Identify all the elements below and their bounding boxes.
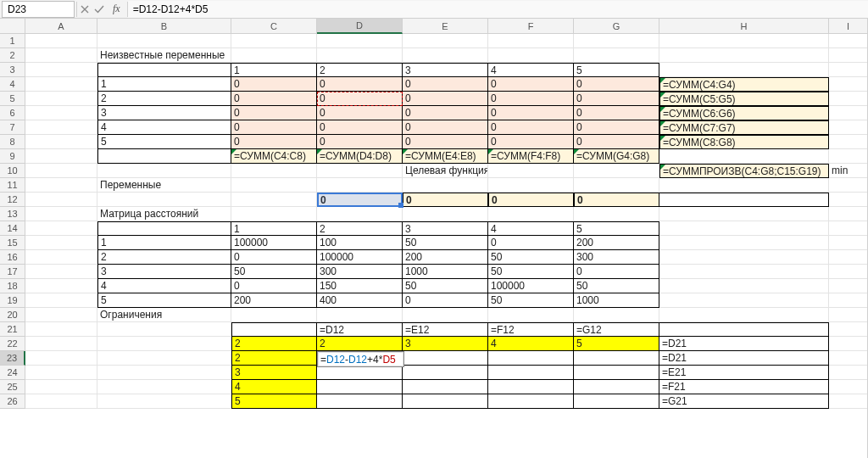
cell-A12[interactable] — [25, 193, 97, 207]
cell-I19[interactable] — [829, 293, 868, 308]
cell-G10[interactable] — [574, 164, 659, 178]
cell-C24[interactable]: 3 — [231, 366, 317, 380]
cell-C5[interactable]: 0 — [231, 92, 317, 106]
cell-G4[interactable]: 0 — [574, 77, 659, 92]
row-header-1[interactable]: 1 — [0, 34, 25, 48]
cell-H11[interactable] — [659, 178, 829, 193]
cell-C15[interactable]: 100000 — [231, 236, 317, 250]
cell-F24[interactable] — [488, 366, 574, 380]
cell-E14[interactable]: 3 — [403, 221, 488, 236]
cell-E12[interactable]: 0 — [403, 193, 488, 207]
cell-H10[interactable]: =СУММПРОИЗВ(C4:G8;C15:G19) — [659, 164, 829, 178]
cell-I25[interactable] — [829, 380, 868, 394]
cell-H4[interactable]: =СУММ(C4:G4) — [659, 77, 829, 92]
cell-E8[interactable]: 0 — [403, 135, 488, 149]
cell-C9[interactable]: =СУММ(C4:C8) — [231, 149, 317, 164]
col-header-H[interactable]: H — [659, 19, 829, 34]
cell-B12[interactable] — [97, 193, 231, 207]
cell-I26[interactable] — [829, 394, 868, 409]
cell-I14[interactable] — [829, 221, 868, 236]
cell-D5[interactable]: 0 — [317, 92, 403, 106]
cell-I22[interactable] — [829, 337, 868, 351]
cell-I13[interactable] — [829, 207, 868, 221]
cell-I23[interactable] — [829, 351, 868, 366]
cell-B25[interactable] — [97, 380, 231, 394]
cell-E23[interactable] — [403, 351, 488, 366]
row-header-26[interactable]: 26 — [0, 394, 25, 409]
cell-F19[interactable]: 50 — [488, 293, 574, 308]
cell-E13[interactable] — [403, 207, 488, 221]
cell-G18[interactable]: 50 — [574, 279, 659, 293]
cell-F3[interactable]: 4 — [488, 63, 574, 77]
cell-H20[interactable] — [659, 308, 829, 322]
cell-G17[interactable]: 0 — [574, 265, 659, 279]
cell-C21[interactable] — [231, 322, 317, 337]
cell-H21[interactable] — [659, 322, 829, 337]
cell-H5[interactable]: =СУММ(C5:G5) — [659, 92, 829, 106]
col-header-F[interactable]: F — [488, 19, 574, 34]
cell-E18[interactable]: 50 — [403, 279, 488, 293]
cell-H18[interactable] — [659, 279, 829, 293]
row-header-15[interactable]: 15 — [0, 236, 25, 250]
cell-D18[interactable]: 150 — [317, 279, 403, 293]
row-header-3[interactable]: 3 — [0, 63, 25, 77]
cell-A22[interactable] — [25, 337, 97, 351]
cell-G13[interactable] — [574, 207, 659, 221]
cell-I3[interactable] — [829, 63, 868, 77]
cell-E22[interactable]: 3 — [403, 337, 488, 351]
cell-C16[interactable]: 0 — [231, 250, 317, 265]
cell-E10[interactable]: Целевая функция — [403, 164, 488, 178]
cell-B18[interactable]: 4 — [97, 279, 231, 293]
cell-D25[interactable] — [317, 380, 403, 394]
cell-D1[interactable] — [317, 34, 403, 48]
cell-G20[interactable] — [574, 308, 659, 322]
cell-C18[interactable]: 0 — [231, 279, 317, 293]
cell-G1[interactable] — [574, 34, 659, 48]
cell-D6[interactable]: 0 — [317, 106, 403, 120]
cell-F1[interactable] — [488, 34, 574, 48]
cell-A18[interactable] — [25, 279, 97, 293]
cell-H6[interactable]: =СУММ(C6:G6) — [659, 106, 829, 120]
cell-H26[interactable]: =G21 — [659, 394, 829, 409]
cell-A1[interactable] — [25, 34, 97, 48]
cell-E3[interactable]: 3 — [403, 63, 488, 77]
cell-E7[interactable]: 0 — [403, 120, 488, 135]
cell-A2[interactable] — [25, 48, 97, 63]
cell-F18[interactable]: 100000 — [488, 279, 574, 293]
cell-B16[interactable]: 2 — [97, 250, 231, 265]
cell-I5[interactable] — [829, 92, 868, 106]
cell-E1[interactable] — [403, 34, 488, 48]
cell-I8[interactable] — [829, 135, 868, 149]
cell-I20[interactable] — [829, 308, 868, 322]
cell-E17[interactable]: 1000 — [403, 265, 488, 279]
cell-E21[interactable]: =E12 — [403, 322, 488, 337]
cell-A3[interactable] — [25, 63, 97, 77]
cell-F8[interactable]: 0 — [488, 135, 574, 149]
cell-C2[interactable] — [231, 48, 317, 63]
cell-H13[interactable] — [659, 207, 829, 221]
cell-F26[interactable] — [488, 394, 574, 409]
cell-D11[interactable] — [317, 178, 403, 193]
cell-C17[interactable]: 50 — [231, 265, 317, 279]
cell-D24[interactable] — [317, 366, 403, 380]
cell-A14[interactable] — [25, 221, 97, 236]
cell-F16[interactable]: 50 — [488, 250, 574, 265]
cell-F12[interactable]: 0 — [488, 193, 574, 207]
cell-C7[interactable]: 0 — [231, 120, 317, 135]
cell-A8[interactable] — [25, 135, 97, 149]
cell-D3[interactable]: 2 — [317, 63, 403, 77]
formula-input[interactable] — [128, 1, 868, 18]
cell-F25[interactable] — [488, 380, 574, 394]
cell-A26[interactable] — [25, 394, 97, 409]
cell-D16[interactable]: 100000 — [317, 250, 403, 265]
spreadsheet[interactable]: ABCDEFGHI 123456789101112131415161718192… — [0, 19, 868, 458]
cell-H24[interactable]: =E21 — [659, 366, 829, 380]
cell-I18[interactable] — [829, 279, 868, 293]
row-header-13[interactable]: 13 — [0, 207, 25, 221]
cell-A17[interactable] — [25, 265, 97, 279]
cell-B14[interactable] — [97, 221, 231, 236]
cell-F9[interactable]: =СУММ(F4:F8) — [488, 149, 574, 164]
cell-E2[interactable] — [403, 48, 488, 63]
cell-C3[interactable]: 1 — [231, 63, 317, 77]
cell-I10[interactable]: min — [829, 164, 868, 178]
